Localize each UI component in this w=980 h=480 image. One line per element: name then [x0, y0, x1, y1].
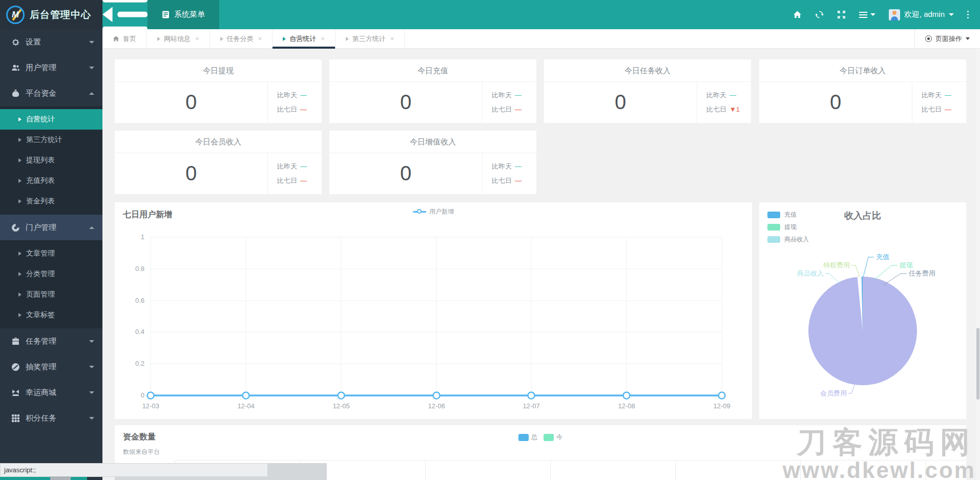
sidebar-subitem-article-tags[interactable]: 文章标签: [0, 305, 102, 325]
home-button[interactable]: [793, 10, 802, 19]
legend-item-today[interactable]: 今: [544, 433, 562, 442]
tab-site-info[interactable]: 网站信息 ×: [147, 29, 210, 48]
more-options-button[interactable]: [967, 11, 969, 18]
x-tick: 12-09: [713, 402, 730, 410]
legend-item-goods-income[interactable]: 商品收入: [767, 235, 809, 244]
horizontal-scrollbar-thumb[interactable]: [50, 476, 71, 480]
page-operations-button[interactable]: 页面操作: [914, 29, 980, 48]
fullscreen-icon: [837, 10, 846, 19]
sidebar-subitem-category-management[interactable]: 分类管理: [0, 264, 102, 284]
sidebar-subitem-recharge-list[interactable]: 充值列表: [0, 171, 102, 191]
compare-label: 比昨天: [922, 91, 942, 100]
menu-doc-icon: [162, 11, 170, 18]
tab-label: 任务分类: [227, 34, 254, 44]
quick-menu-button[interactable]: [859, 12, 875, 18]
sidebar-subitem-withdraw-list[interactable]: 提现列表: [0, 150, 102, 171]
subitem-label: 充值列表: [26, 176, 55, 185]
sidebar-item-user-management[interactable]: 用户管理: [0, 55, 102, 80]
legend-item-recharge[interactable]: 充值: [767, 211, 809, 219]
line-chart-plot: 1 0.8 0.6 0.4 0.2 0 12-03 12-04 12-05 12…: [115, 202, 752, 419]
line-chart-legend[interactable]: 用户新增: [413, 207, 454, 216]
data-point[interactable]: [719, 392, 725, 399]
app-logo[interactable]: M 后台管理中心: [0, 0, 102, 29]
sidebar-item-portal-management[interactable]: 门户管理: [0, 215, 102, 240]
sidebar-toggle-icon: [102, 0, 148, 32]
subitem-label: 文章标签: [26, 310, 55, 320]
delta-value: —: [300, 106, 307, 113]
target-icon: [925, 35, 932, 42]
fullscreen-button[interactable]: [837, 10, 846, 19]
subitem-label: 页面管理: [26, 290, 55, 299]
chevron-down-icon: [949, 13, 954, 16]
x-tick: 12-05: [332, 402, 349, 410]
tab-home[interactable]: 首页: [102, 29, 147, 48]
sidebar-subitem-self-stats[interactable]: 自营统计: [0, 109, 102, 130]
data-point[interactable]: [528, 392, 535, 399]
sidebar-item-label: 积分任务: [26, 413, 56, 423]
delta-value: —: [300, 177, 307, 184]
tab-self-stats[interactable]: 自营统计 ×: [273, 29, 336, 48]
sidebar-subitem-third-party-stats[interactable]: 第三方统计: [0, 130, 102, 150]
pie-label-withdraw: 提现: [899, 261, 913, 269]
stat-value: 0: [329, 82, 482, 122]
sidebar-item-lottery-management[interactable]: 抽奖管理: [0, 354, 102, 380]
caret-right-icon: [18, 293, 22, 297]
home-icon: [113, 35, 119, 42]
funds-subtitle: 数据来自平台: [123, 448, 160, 456]
system-menu-tab[interactable]: 系统菜单: [148, 0, 219, 29]
y-tick: 0.6: [135, 297, 144, 304]
close-icon[interactable]: ×: [195, 35, 199, 43]
sidebar-subitem-funds-list[interactable]: 资金列表: [0, 191, 102, 212]
vertical-scrollbar-thumb[interactable]: [976, 328, 979, 400]
y-tick: 0.2: [135, 360, 144, 367]
tab-third-party-stats[interactable]: 第三方统计 ×: [336, 29, 405, 48]
pie-label-task-fee: 任务费用: [908, 269, 935, 277]
top-header: 系统菜单 欢迎, admin: [102, 0, 980, 29]
grid-icon: [11, 414, 20, 423]
caret-right-icon: [18, 313, 22, 317]
chevron-down-icon: [89, 366, 94, 368]
chevron-down-icon: [89, 67, 94, 69]
delta-down-value: ▼1: [729, 106, 740, 113]
sidebar-item-lucky-mall[interactable]: 幸运商城: [0, 380, 102, 405]
close-icon[interactable]: ×: [390, 35, 394, 43]
sidebar-item-points-task[interactable]: 积分任务: [0, 405, 102, 431]
close-icon[interactable]: ×: [321, 35, 325, 43]
sidebar-item-task-management[interactable]: 任务管理: [0, 328, 102, 354]
data-point[interactable]: [433, 392, 440, 399]
x-tick: 12-07: [523, 402, 539, 410]
pie-chart-card: 收入占比 充值 提现 商品收入 充值 提现 任务费用 特权费用 商品收入 会员费…: [759, 202, 966, 419]
compare-label: 比昨天: [277, 162, 297, 171]
legend-item-total[interactable]: 总: [518, 433, 537, 442]
data-point[interactable]: [338, 392, 345, 399]
chevron-down-icon: [966, 37, 970, 40]
sidebar-toggle-button[interactable]: [102, 0, 148, 29]
sidebar-subitem-article-management[interactable]: 文章管理: [0, 243, 102, 264]
sidebar-item-platform-funds[interactable]: 平台资金: [0, 80, 102, 106]
stat-title: 今日提现: [115, 59, 322, 82]
sidebar-item-settings[interactable]: 设置: [0, 29, 102, 55]
submenu-portal-management: 文章管理 分类管理 页面管理 文章标签: [0, 240, 102, 328]
tab-task-category[interactable]: 任务分类 ×: [210, 29, 273, 48]
vertical-scrollbar-track[interactable]: [976, 49, 980, 480]
refresh-button[interactable]: [815, 10, 824, 19]
sidebar-subitem-page-management[interactable]: 页面管理: [0, 284, 102, 305]
app-title: 后台管理中心: [30, 8, 91, 22]
data-point[interactable]: [243, 392, 249, 399]
system-menu-label: 系统菜单: [174, 10, 205, 19]
compare-label: 比昨天: [492, 162, 512, 171]
tab-label: 自营统计: [289, 34, 316, 44]
data-point[interactable]: [148, 392, 154, 399]
delta-value: —: [945, 106, 951, 113]
stat-card-withdraw-today: 今日提现 0 比昨天— 比七日—: [115, 59, 322, 123]
home-icon: [793, 10, 802, 19]
legend-line-marker-icon: [413, 211, 426, 213]
data-point[interactable]: [623, 392, 630, 399]
status-text: javascript:;: [4, 466, 36, 474]
legend-swatch: [767, 236, 780, 243]
legend-label: 充值: [784, 211, 797, 219]
close-icon[interactable]: ×: [258, 35, 262, 43]
user-menu[interactable]: 欢迎, admin: [889, 9, 954, 20]
legend-item-withdraw[interactable]: 提现: [767, 223, 809, 232]
pie-label-recharge: 充值: [876, 253, 889, 261]
